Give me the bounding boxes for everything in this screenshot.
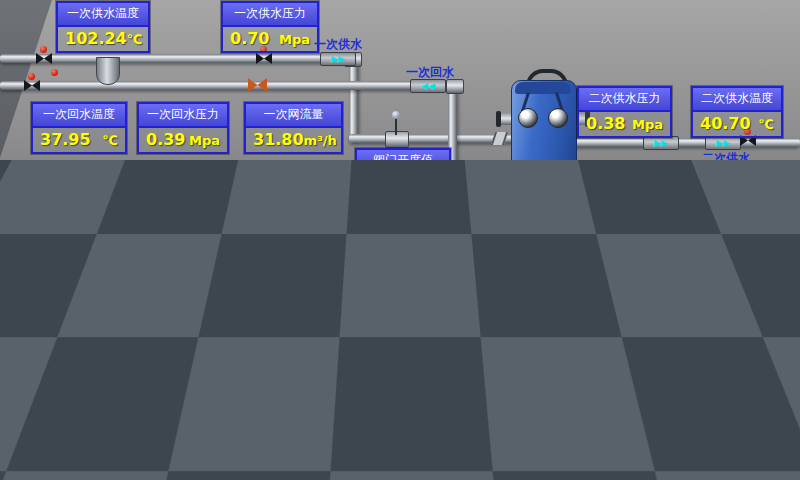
- pump-neck: [440, 245, 452, 252]
- gauge-title: 一次供水压力: [223, 3, 317, 27]
- pump-volute: [433, 250, 459, 274]
- gauge-primary-supply-pressure: 一次供水压力 0.70Mpa: [221, 1, 319, 53]
- tank-manhole-right: [78, 352, 128, 402]
- gauge-title: 二次供水温度: [693, 88, 781, 112]
- exchanger-port-lower-left: [518, 174, 538, 194]
- gauge-value: 0.39: [146, 130, 185, 149]
- gauge-title: 二次回水压力: [579, 248, 670, 272]
- flow-arrow-right: ▶▶: [705, 136, 741, 150]
- control-valve-actuator: [392, 111, 400, 119]
- pump-run-indicator: [440, 218, 447, 234]
- gauge-unit: %: [429, 179, 442, 194]
- gauge-value: 1.10: [41, 329, 80, 348]
- strainer-filter: [96, 57, 120, 85]
- valve-handle: [40, 46, 47, 53]
- gauge-unit: ℃: [760, 277, 776, 292]
- gauge-valve-opening: 阀门开度值 5.92%: [355, 148, 451, 200]
- gauge-title: 一次网流量: [246, 104, 341, 128]
- pressure-gauge: [51, 69, 58, 76]
- gauge-value: 0.38: [586, 114, 625, 133]
- gauge-value: 0.27: [586, 274, 625, 293]
- gauge-secondary-return-temp: 二次回水温度 36.63℃: [691, 246, 785, 298]
- pipe-coupling: [446, 79, 464, 94]
- gauge-unit: ℃: [127, 32, 143, 47]
- makeup-pump-2[interactable]: [220, 376, 264, 458]
- pipe-tank-fill: [142, 330, 556, 339]
- pump-cap: [254, 326, 262, 331]
- circulation-pump-2[interactable]: [474, 200, 520, 286]
- exchanger-flange-left: [496, 111, 501, 127]
- circulation-pump-1[interactable]: [423, 200, 469, 286]
- pipe-label-primary-supply: 一次供水: [314, 36, 362, 53]
- tank-manhole-left: [16, 358, 66, 408]
- gauge-value: 36.63: [700, 274, 751, 293]
- pipe-primary-return: [0, 81, 462, 90]
- gauge-unit: Mpa: [279, 32, 310, 47]
- exchanger-plate-body: [511, 80, 577, 212]
- gauge-title: 阀门开度值: [357, 150, 449, 174]
- gauge-unit: m³: [100, 332, 119, 347]
- gauge-unit: ℃: [758, 117, 774, 132]
- gauge-value: 0.70: [230, 29, 269, 48]
- pump-cap: [441, 207, 451, 213]
- flow-arrow-left: ◀◀: [522, 328, 558, 342]
- gauge-unit: Mpa: [632, 117, 663, 132]
- pump-neck: [236, 419, 247, 426]
- exchanger-port-upper-right: [548, 108, 568, 128]
- gauge-unit: m³/h: [304, 133, 337, 148]
- control-valve-stem: [395, 118, 397, 135]
- pipe-label-makeup: 补水: [576, 399, 600, 416]
- flow-arrow-left: ◀◀: [410, 79, 446, 93]
- gauge-primary-return-pressure: 一次回水压力 0.39Mpa: [137, 102, 229, 154]
- gauge-primary-supply-temp: 一次供水温度 102.24℃: [56, 1, 150, 53]
- pump-port: [253, 432, 265, 440]
- gauge-value: 37.95: [40, 130, 91, 149]
- gauge-title: 水箱液位高度: [34, 303, 126, 327]
- gauge-tank-level: 水箱液位高度 1.10m³: [32, 301, 128, 353]
- pump-run-indicator: [491, 218, 498, 234]
- pipe-primary-supply: [0, 54, 358, 63]
- flow-arrow-right: ▶▶: [320, 52, 356, 66]
- gauge-title: 二次回水温度: [693, 248, 783, 272]
- pipe-label-secondary-return: 二次回水: [716, 308, 764, 325]
- tank-leg: [10, 430, 16, 464]
- pump-run-indicator: [253, 335, 259, 348]
- hmi-heat-station-screen: ▶▶ ◀◀ ▶▶ ▶▶ ◀◀ ◀◀ ◀◀ ▶▶: [0, 0, 800, 480]
- gauge-title: 一次回水压力: [139, 104, 227, 128]
- flow-arrow-right: ▶▶: [578, 381, 614, 395]
- gauge-title: 一次供水温度: [58, 3, 148, 27]
- gauge-value: 31.80: [253, 130, 304, 149]
- gauge-secondary-supply-temp: 二次供水温度 40.70℃: [691, 86, 783, 138]
- gauge-secondary-return-pressure: 二次回水压力 0.27Mpa: [577, 246, 672, 298]
- pump-volute: [484, 250, 510, 274]
- gauge-primary-network-flow: 一次网流量 31.80m³/h: [244, 102, 343, 154]
- gauge-value: 40.70: [700, 114, 751, 133]
- pipe-primary-supply-riser: [349, 55, 358, 143]
- pipe-manifold-link-2: [523, 238, 529, 268]
- pump-neck: [253, 357, 263, 363]
- gauge-secondary-supply-pressure: 二次供水压力 0.38Mpa: [577, 86, 672, 138]
- gauge-title: 二次供水压力: [579, 88, 670, 112]
- tank-leg: [108, 430, 114, 464]
- gauge-unit: Mpa: [189, 133, 220, 148]
- valve-fill-tee-handle[interactable]: [543, 305, 550, 312]
- gauge-makeup-pump-frequency: 补水泵频率 33.88Hz: [277, 377, 373, 429]
- tank-leg: [60, 430, 66, 464]
- gauge-value: 102.24: [65, 29, 127, 48]
- valve-handle: [28, 73, 35, 80]
- gauge-title: 补水泵频率: [279, 379, 371, 403]
- gauge-value: 33.88: [286, 405, 337, 424]
- pipe-secondary-supply: [566, 138, 800, 147]
- heat-exchanger: [511, 80, 575, 210]
- gauge-primary-return-temp: 一次回水温度 37.95℃: [31, 102, 127, 154]
- tank-leg: [136, 430, 142, 464]
- pump-cap: [237, 383, 247, 389]
- flow-arrow-left: ◀◀: [492, 292, 528, 306]
- exchanger-port-upper-left: [518, 108, 538, 128]
- control-valve-body[interactable]: [385, 131, 409, 148]
- gauge-unit: Mpa: [632, 277, 663, 292]
- gauge-unit: Hz: [346, 408, 364, 423]
- pump-neck: [491, 245, 503, 252]
- gauge-unit: ℃: [102, 133, 118, 148]
- pipe-label-secondary-supply: 二次供水: [702, 150, 750, 167]
